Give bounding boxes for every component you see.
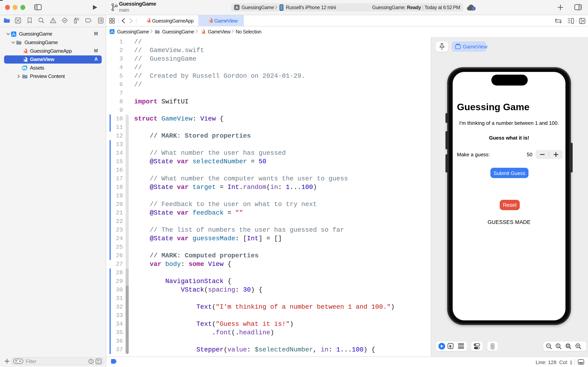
svg-text:1: 1 bbox=[557, 344, 559, 347]
